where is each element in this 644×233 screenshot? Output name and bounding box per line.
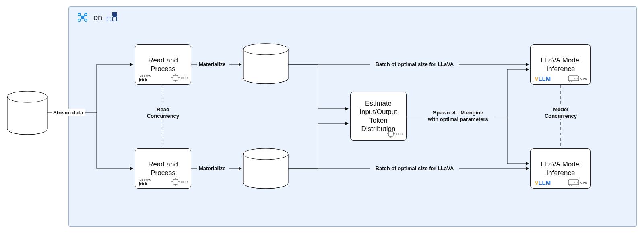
panel-header: on (76, 12, 120, 23)
estimate-box: Estimate Input/Output Token Distribution… (350, 92, 407, 141)
svg-point-28 (575, 77, 577, 79)
svg-rect-11 (113, 12, 117, 16)
read-process-bottom-label: Read and Process (148, 160, 178, 177)
llava-top: LLaVA Model Inference vLLM GPU (530, 44, 591, 85)
object-store-bottom-label: Object Store (256, 160, 275, 177)
read-process-bottom: Read and Process ARROW CPU (135, 148, 191, 189)
anyscale-logo-icon (106, 12, 120, 23)
object-store-bottom-label-holder: Object Store (242, 152, 290, 185)
read-process-top: Read and Process ARROW CPU (135, 44, 191, 85)
svg-rect-22 (388, 131, 393, 136)
data-lake-label: Data Lake (12, 108, 43, 117)
gpu-chip-icon: GPU (568, 179, 587, 186)
svg-point-32 (575, 181, 577, 183)
object-store-top-label: Object Store (256, 55, 275, 73)
vllm-logo-icon: vLLM (535, 179, 551, 186)
svg-line-8 (83, 18, 85, 19)
svg-rect-12 (173, 75, 178, 80)
read-process-top-label: Read and Process (148, 56, 178, 73)
object-store-top-label-holder: Object Store (242, 48, 290, 80)
header-on-label: on (93, 13, 102, 22)
estimate-label: Estimate Input/Output Token Distribution (359, 99, 397, 133)
svg-rect-17 (173, 179, 178, 184)
svg-rect-9 (107, 17, 111, 21)
arrow-tech-icon: ARROW (139, 179, 151, 186)
llava-top-label: LLaVA Model Inference (541, 56, 581, 73)
svg-rect-10 (113, 17, 117, 21)
cpu-chip-icon: CPU (171, 74, 188, 82)
data-lake-label-holder: Data Lake (6, 96, 48, 130)
diagram-stage: on Data Lake Read and Process ARROW CPU … (0, 0, 644, 233)
arrow-tech-icon: ARROW (139, 75, 151, 82)
llava-bottom: LLaVA Model Inference vLLM GPU (530, 148, 591, 189)
llava-bottom-label: LLaVA Model Inference (541, 160, 581, 177)
svg-line-6 (83, 15, 85, 17)
gpu-chip-icon: GPU (568, 75, 587, 82)
svg-line-7 (80, 18, 82, 19)
svg-line-5 (80, 15, 82, 17)
vllm-logo-icon: vLLM (535, 75, 551, 82)
ray-logo-icon (76, 12, 89, 23)
cpu-chip-icon: CPU (387, 130, 403, 138)
cpu-chip-icon: CPU (171, 178, 188, 186)
